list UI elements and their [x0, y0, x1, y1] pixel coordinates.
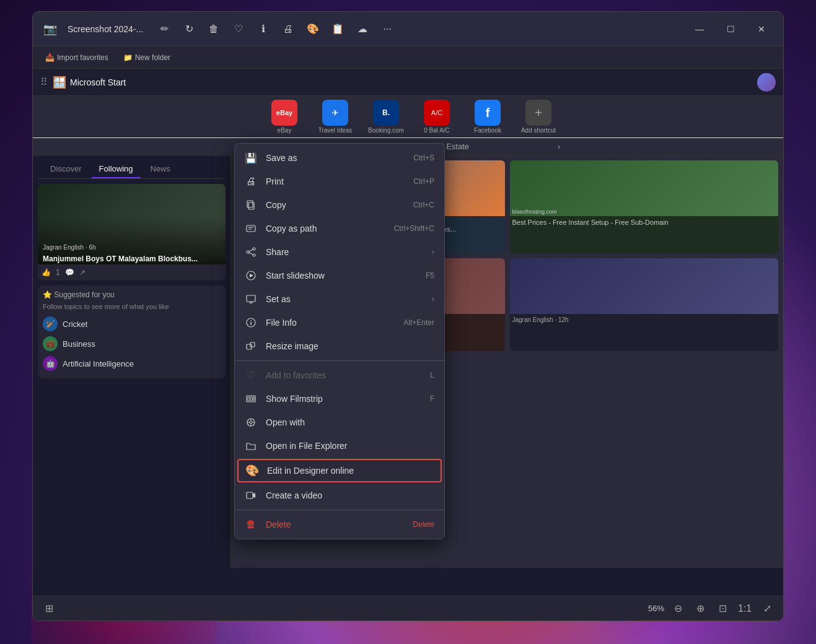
suggested-ai[interactable]: 🤖 Artificial Intelligence: [43, 354, 221, 373]
ctx-filmstrip[interactable]: Show Filmstrip F: [235, 387, 444, 411]
filmstrip-toggle-button[interactable]: ⊞: [40, 600, 58, 617]
ms-start-label: Microsoft Start: [70, 77, 126, 87]
delete-tool-btn[interactable]: 🗑: [203, 18, 225, 40]
ebay-shortcut[interactable]: eBay eBay: [263, 100, 306, 134]
svg-rect-30: [247, 492, 253, 498]
fullscreen-button[interactable]: ⤢: [758, 600, 776, 617]
ctx-add-favorites[interactable]: ♡ Add to favorites L: [235, 363, 444, 387]
ctx-copy[interactable]: Copy Ctrl+C: [235, 193, 444, 217]
svg-point-6: [247, 251, 249, 253]
info-tool-btn[interactable]: ℹ: [252, 18, 274, 40]
ctx-file-explorer[interactable]: Open in File Explorer: [235, 434, 444, 458]
add-shortcut-label: Add shortcut: [521, 127, 556, 134]
svg-rect-22: [250, 397, 252, 401]
slideshow-icon: [245, 269, 257, 282]
ctx-open-with[interactable]: Open with: [235, 411, 444, 434]
designer-tool-btn[interactable]: 🎨: [302, 18, 324, 40]
zoom-out-button[interactable]: ⊖: [669, 600, 687, 617]
tab-discover[interactable]: Discover: [43, 160, 89, 178]
ai-label: Artificial Intelligence: [63, 359, 134, 368]
svg-line-9: [249, 253, 253, 255]
favorites-label: Add to favorites: [266, 370, 326, 380]
maximize-button[interactable]: ☐: [716, 19, 745, 39]
ctx-delete[interactable]: 🗑 Delete Delete: [235, 513, 444, 536]
svg-point-5: [253, 248, 255, 250]
ctx-save-as[interactable]: 💾 Save as Ctrl+S: [235, 146, 444, 170]
suggested-business[interactable]: 💼 Business: [43, 334, 221, 354]
actual-size-button[interactable]: 1:1: [736, 600, 753, 617]
suggested-cricket[interactable]: 🏏 Cricket: [43, 314, 221, 334]
print-icon: 🖨: [245, 175, 257, 188]
ctx-print[interactable]: 🖨 Print Ctrl+P: [235, 170, 444, 193]
import-favorites-button[interactable]: 📥 Import favorites: [40, 51, 113, 64]
article-card: Jagran English · 6h Manjummel Boys OT Ma…: [38, 184, 226, 281]
edit-tool-btn[interactable]: ✏: [153, 18, 175, 40]
svg-point-17: [250, 320, 252, 321]
left-news-panel: Discover Following News Jagran English ·…: [33, 155, 231, 568]
article-count: 1: [56, 268, 60, 277]
minimize-button[interactable]: —: [685, 19, 714, 39]
context-menu: 💾 Save as Ctrl+S 🖨 Print Ctrl+P Copy: [234, 143, 445, 539]
ctx-divider-2: [235, 510, 444, 510]
svg-rect-12: [247, 295, 255, 302]
travel-shortcut[interactable]: ✈ Travel Ideas: [314, 100, 357, 134]
share-label: Share: [266, 247, 289, 257]
cloud-tool-btn[interactable]: ☁: [351, 18, 374, 40]
news-source-4: Jagran English · 12h: [512, 316, 776, 323]
set-as-label: Set as: [266, 294, 291, 304]
app-icon: 📷: [40, 19, 60, 39]
fit-window-button[interactable]: ⊡: [714, 600, 731, 617]
suggested-subtitle: Follow topics to see more of what you li…: [43, 303, 221, 310]
ctx-resize[interactable]: Resize image: [235, 334, 444, 358]
copy-path-shortcut: Ctrl+Shift+C: [394, 224, 434, 233]
article-comment-icon[interactable]: 💬: [65, 268, 74, 277]
business-label: Business: [63, 339, 95, 349]
article-share-icon[interactable]: ↗: [79, 268, 86, 277]
close-button[interactable]: ✕: [747, 19, 776, 39]
new-folder-button[interactable]: 📁 New folder: [118, 51, 175, 64]
file-info-label: File Info: [266, 318, 297, 328]
ctx-start-slideshow[interactable]: Start slideshow F5: [235, 264, 444, 287]
news-grid-item-2[interactable]: bisecthosting.com Best Prices - Free Ins…: [510, 160, 779, 253]
booking-shortcut[interactable]: B. Booking.com: [364, 100, 408, 134]
rotate-tool-btn[interactable]: ↻: [178, 18, 200, 40]
favorite-tool-btn[interactable]: ♡: [227, 18, 250, 40]
delete-shortcut: Delete: [413, 520, 434, 529]
tab-following[interactable]: Following: [92, 160, 141, 178]
travel-label: Travel Ideas: [318, 127, 353, 134]
print-tool-btn[interactable]: 🖨: [277, 18, 299, 40]
zoom-in-button[interactable]: ⊕: [691, 600, 709, 617]
ctx-create-video[interactable]: Create a video: [235, 484, 444, 507]
svg-line-8: [249, 250, 253, 251]
tab-news[interactable]: News: [143, 160, 178, 178]
nav-arrow-right[interactable]: ›: [558, 142, 560, 151]
ctx-edit-designer[interactable]: 🎨 Edit in Designer online: [237, 459, 442, 482]
news-nav-tabs: Discover Following News: [38, 160, 226, 179]
toolbar-tools: ✏ ↻ 🗑 ♡ ℹ 🖨 🎨 📋 ☁ ···: [153, 18, 398, 40]
article-title: Manjummel Boys OT Malayalam Blockbus...: [43, 255, 198, 263]
delete-icon: 🗑: [245, 518, 257, 531]
ctx-copy-path[interactable]: Copy as path Ctrl+Shift+C: [235, 217, 444, 240]
facebook-shortcut[interactable]: f Facebook: [466, 100, 509, 134]
clipboard-tool-btn[interactable]: 📋: [327, 18, 349, 40]
ctx-set-as[interactable]: Set as ›: [235, 287, 444, 311]
user-avatar: [757, 73, 776, 92]
add-shortcut[interactable]: + Add shortcut: [517, 100, 560, 134]
svg-rect-23: [253, 397, 254, 401]
more-tool-btn[interactable]: ···: [376, 18, 398, 40]
news-grid-item-4[interactable]: Jagran English · 12h: [510, 258, 779, 351]
share-icon: [245, 246, 257, 258]
main-window: 📷 Screenshot 2024-... ✏ ↻ 🗑 ♡ ℹ 🖨 🎨 📋 ☁ …: [32, 11, 784, 621]
import-favorites-label: Import favorites: [57, 53, 108, 62]
save-as-shortcut: Ctrl+S: [413, 154, 434, 162]
ctx-file-info[interactable]: File Info Alt+Enter: [235, 311, 444, 334]
article-like-icon[interactable]: 👍: [42, 268, 51, 277]
window-controls: — ☐ ✕: [685, 19, 776, 39]
save-as-label: Save as: [266, 153, 297, 163]
copy-icon: [245, 199, 257, 211]
create-video-icon: [245, 489, 257, 502]
ctx-share[interactable]: Share ›: [235, 240, 444, 264]
share-arrow: ›: [432, 248, 434, 256]
bal-shortcut[interactable]: A/C 0 Bal A/C: [415, 100, 458, 134]
print-label: Print: [266, 176, 284, 186]
